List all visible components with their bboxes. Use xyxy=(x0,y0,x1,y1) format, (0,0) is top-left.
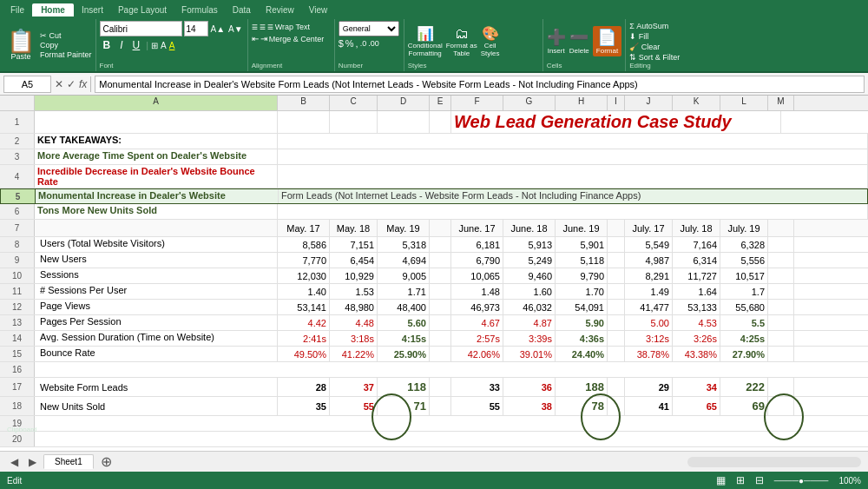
sheet-nav-right[interactable]: ▶ xyxy=(25,456,40,468)
add-sheet-button[interactable]: ⊕ xyxy=(97,453,115,470)
tab-formulas[interactable]: Formulas xyxy=(174,3,225,17)
col-header-A[interactable]: A xyxy=(35,96,278,110)
cell-A3[interactable]: More Average Time Spent on Dealer's Webs… xyxy=(35,149,278,164)
cell-H10[interactable]: 9,790 xyxy=(556,268,608,283)
cell-C13[interactable]: 4.48 xyxy=(330,315,378,330)
cell-B10[interactable]: 12,030 xyxy=(278,268,330,283)
copy-button[interactable]: Copy xyxy=(40,41,92,50)
cell-L15[interactable]: 27.90% xyxy=(720,347,768,361)
cell-K12[interactable]: 53,133 xyxy=(673,300,720,314)
row-num-10[interactable]: 10 xyxy=(0,268,35,283)
cancel-formula-icon[interactable]: ✕ xyxy=(55,78,63,90)
cell-D9[interactable]: 4,694 xyxy=(378,253,430,268)
tab-data[interactable]: Data xyxy=(226,3,258,17)
row-num-6[interactable]: 6 xyxy=(0,204,35,219)
cell-H17[interactable]: 188 xyxy=(556,378,608,396)
cell-K13[interactable]: 4.53 xyxy=(673,315,720,330)
fill-button[interactable]: ⬇ Fill xyxy=(629,32,700,41)
cell-D17[interactable]: 118 xyxy=(378,378,430,396)
paste-button[interactable]: 📋 Paste xyxy=(7,30,35,61)
cell-B9[interactable]: 7,770 xyxy=(278,253,330,268)
page-layout-icon[interactable]: ▦ xyxy=(716,474,726,486)
col-header-L[interactable]: L xyxy=(720,96,768,110)
formula-input[interactable] xyxy=(95,76,865,93)
cell-D11[interactable]: 1.71 xyxy=(378,284,430,299)
col-header-G[interactable]: G xyxy=(503,96,556,110)
cell-G11[interactable]: 1.60 xyxy=(503,284,556,299)
cell-C14[interactable]: 3:18s xyxy=(330,331,378,346)
cell-B12[interactable]: 53,141 xyxy=(278,300,330,314)
cell-F18[interactable]: 55 xyxy=(451,397,503,415)
row-num-12[interactable]: 12 xyxy=(0,300,35,314)
cell-K17[interactable]: 34 xyxy=(673,378,720,396)
cell-D12[interactable]: 48,400 xyxy=(378,300,430,314)
cell-A15[interactable]: Bounce Rate xyxy=(35,347,278,361)
decrease-decimal-button[interactable]: .0 xyxy=(360,38,367,49)
cell-D8[interactable]: 5,318 xyxy=(378,237,430,252)
cell-A9[interactable]: New Users xyxy=(35,253,278,268)
increase-decimal-button[interactable]: .00 xyxy=(368,38,379,49)
cell-L12[interactable]: 55,680 xyxy=(720,300,768,314)
cell-F17[interactable]: 33 xyxy=(451,378,503,396)
cell-F13[interactable]: 4.67 xyxy=(451,315,503,330)
cell-H11[interactable]: 1.70 xyxy=(556,284,608,299)
cell-F15[interactable]: 42.06% xyxy=(451,347,503,361)
format-as-table-button[interactable]: 🗂 Format asTable xyxy=(446,26,477,57)
align-center-button[interactable]: ≡ xyxy=(260,21,266,33)
cell-B11[interactable]: 1.40 xyxy=(278,284,330,299)
percent-button[interactable]: % xyxy=(345,38,354,49)
format-painter-button[interactable]: Format Painter xyxy=(40,50,92,59)
row-num-15[interactable]: 15 xyxy=(0,347,35,361)
cell-C1[interactable] xyxy=(330,111,378,133)
cell-G7[interactable]: June. 18 xyxy=(503,220,556,236)
cell-G8[interactable]: 5,913 xyxy=(503,237,556,252)
insert-function-icon[interactable]: fx xyxy=(79,78,87,90)
row-num-3[interactable]: 3 xyxy=(0,149,35,164)
indent-less-button[interactable]: ⇤ xyxy=(252,34,259,43)
align-left-button[interactable]: ≡ xyxy=(252,21,258,33)
cell-A7[interactable] xyxy=(35,220,278,236)
cell-F8[interactable]: 6,181 xyxy=(451,237,503,252)
cell-K14[interactable]: 3:26s xyxy=(673,331,720,346)
italic-button[interactable]: I xyxy=(116,38,126,52)
tab-file[interactable]: File xyxy=(3,3,31,17)
cell-J8[interactable]: 5,549 xyxy=(625,237,673,252)
cell-K11[interactable]: 1.64 xyxy=(673,284,720,299)
decrease-font-button[interactable]: A▼ xyxy=(227,24,244,34)
row-num-7[interactable]: 7 xyxy=(0,220,35,236)
page-break-icon[interactable]: ⊞ xyxy=(736,474,745,486)
cell-K9[interactable]: 6,314 xyxy=(673,253,720,268)
cell-L9[interactable]: 5,556 xyxy=(720,253,768,268)
cell-J17[interactable]: 29 xyxy=(625,378,673,396)
cell-K7[interactable]: July. 18 xyxy=(673,220,720,236)
cell-A1[interactable] xyxy=(35,111,278,133)
cell-D10[interactable]: 9,005 xyxy=(378,268,430,283)
cell-J13[interactable]: 5.00 xyxy=(625,315,673,330)
cell-F14[interactable]: 2:57s xyxy=(451,331,503,346)
cell-J9[interactable]: 4,987 xyxy=(625,253,673,268)
comma-button[interactable]: , xyxy=(356,38,358,49)
row-num-8[interactable]: 8 xyxy=(0,237,35,252)
cell-D18[interactable]: 71 xyxy=(378,397,430,415)
cell-J14[interactable]: 3:12s xyxy=(625,331,673,346)
cell-A13[interactable]: Pages Per Session xyxy=(35,315,278,330)
cell-L7[interactable]: July. 19 xyxy=(720,220,768,236)
cell-D1[interactable] xyxy=(378,111,430,133)
normal-view-icon[interactable]: ⊟ xyxy=(755,474,764,486)
cell-H8[interactable]: 5,901 xyxy=(556,237,608,252)
cell-G10[interactable]: 9,460 xyxy=(503,268,556,283)
cell-A11[interactable]: # Sessions Per User xyxy=(35,284,278,299)
cell-B1[interactable] xyxy=(278,111,330,133)
bold-button[interactable]: B xyxy=(100,38,115,52)
cell-B15[interactable]: 49.50% xyxy=(278,347,330,361)
col-header-B[interactable]: B xyxy=(278,96,330,110)
cell-B18[interactable]: 35 xyxy=(278,397,330,415)
border-button[interactable]: ⊞ xyxy=(151,41,158,50)
col-header-F[interactable]: F xyxy=(451,96,503,110)
zoom-slider[interactable]: ────●──── xyxy=(774,476,829,486)
cell-D13[interactable]: 5.60 xyxy=(378,315,430,330)
cell-E1[interactable] xyxy=(430,111,451,133)
cell-A2[interactable]: KEY TAKEAWAYS: xyxy=(35,134,278,149)
font-size-input[interactable] xyxy=(184,21,208,36)
cell-A6[interactable]: Tons More New Units Sold xyxy=(35,204,278,219)
